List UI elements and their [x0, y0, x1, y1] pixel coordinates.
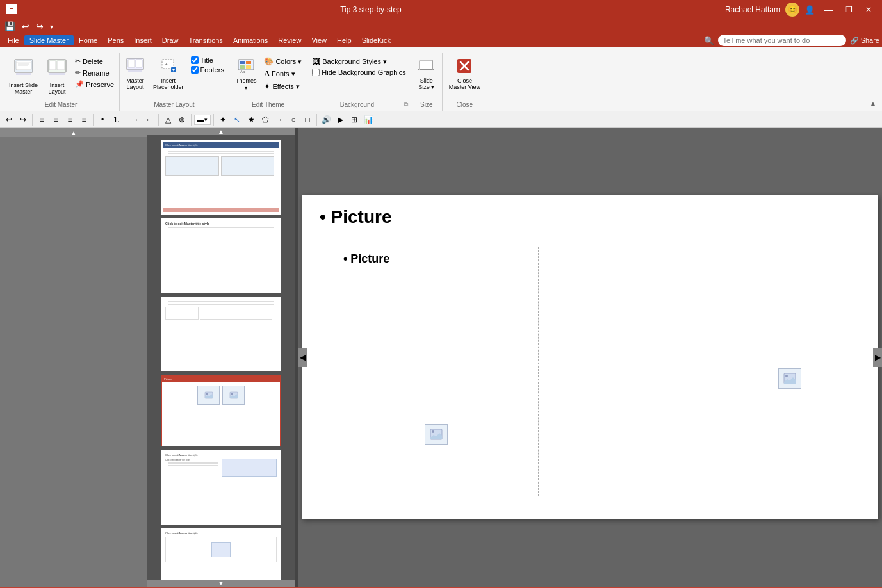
fonts-button[interactable]: A Fonts ▾ [261, 68, 304, 80]
circle-icon[interactable]: ○ [287, 113, 300, 126]
ribbon-col-colors-fonts-effects: 🎨 Colors ▾ A Fonts ▾ ✦ Effects ▾ [261, 54, 304, 94]
title-checkbox-label[interactable]: Title [189, 56, 226, 65]
minimize-button[interactable]: — [820, 3, 837, 16]
menu-item-slidekick[interactable]: SlideKick [357, 35, 396, 45]
rename-button[interactable]: ✏ Rename [72, 67, 117, 78]
menu-item-home[interactable]: Home [74, 35, 102, 45]
slide-thumb-inner-4 [162, 382, 280, 446]
slide-4-img-2 [222, 386, 245, 405]
increase-indent-icon[interactable]: → [129, 113, 142, 126]
arrange-icon[interactable]: ⊕ [176, 113, 188, 126]
speaker-icon[interactable]: 🔊 [320, 113, 332, 126]
star-icon[interactable]: ★ [245, 113, 257, 126]
ribbon-collapse-icon[interactable]: ▲ [867, 97, 879, 111]
align-left-icon[interactable]: ≡ [35, 113, 48, 126]
effects-label: Effects ▾ [272, 83, 299, 91]
menu-item-review[interactable]: Review [273, 35, 306, 45]
themes-button[interactable]: Aa Themes ▾ [232, 54, 261, 94]
numbered-list-icon[interactable]: 1. [110, 113, 123, 126]
area-scroll-left[interactable]: ◀ [298, 348, 307, 367]
menu-item-insert[interactable]: Insert [129, 35, 157, 45]
arrow-icon[interactable]: → [273, 113, 286, 126]
slide-size-button[interactable]: SlideSize ▾ [414, 54, 439, 93]
menu-item-draw[interactable]: Draw [157, 35, 184, 45]
color-picker-display[interactable]: ▬ ▾ [194, 115, 211, 125]
insert-layout-label: InsertLayout [49, 82, 66, 95]
slide-5-boxes: Click to edit Master title style [165, 459, 277, 477]
themes-arrow: ▾ [245, 85, 247, 91]
slide-thumb-inner-5: Click to edit Master title style Click t… [163, 452, 279, 523]
master-layout-button[interactable]: MasterLayout [122, 54, 148, 93]
themes-label: Themes [236, 78, 257, 84]
rect-icon[interactable]: □ [301, 113, 314, 126]
title-checkbox[interactable] [191, 56, 199, 64]
justify-icon[interactable]: ≡ [78, 113, 90, 126]
delete-button[interactable]: ✂ Delete [72, 56, 117, 67]
slide-6-img-box [165, 537, 277, 562]
top-bullet-text: Picture [331, 207, 392, 227]
qa-dropdown-icon[interactable]: ▾ [48, 22, 55, 31]
shape-tools-icon[interactable]: ✦ [216, 113, 229, 126]
slide-thumb-1[interactable]: Click to edit Master title style [161, 140, 281, 215]
slide-thumb-2[interactable]: Click to edit Master title style [161, 218, 281, 293]
slide-thumb-3[interactable] [161, 297, 281, 371]
undo-toolbar-icon[interactable]: ↩ [3, 113, 15, 126]
align-center-icon[interactable]: ≡ [49, 113, 62, 126]
decrease-indent-icon[interactable]: ← [143, 113, 156, 126]
scroll-up-button[interactable]: ▲ [0, 128, 147, 137]
close-button[interactable]: ✕ [862, 4, 876, 15]
slide-panel: Click to edit Master title style [147, 135, 295, 580]
restore-button[interactable]: ❐ [842, 4, 856, 15]
save-icon[interactable]: 💾 [3, 20, 17, 32]
redo-icon[interactable]: ↪ [34, 20, 45, 32]
background-expand-icon[interactable]: ⧉ [404, 101, 408, 108]
svg-rect-3 [16, 73, 31, 75]
pentagon-icon[interactable]: ⬠ [259, 113, 272, 126]
menu-item-view[interactable]: View [306, 35, 332, 45]
color-dropdown-icon[interactable]: ▾ [204, 117, 208, 123]
hide-bg-graphics-label[interactable]: Hide Background Graphics [310, 68, 407, 77]
panel-scroll-up[interactable]: ▲ [147, 128, 295, 135]
slide-thumb-5[interactable]: Click to edit Master title style Click t… [161, 450, 281, 525]
close-label: Close [445, 100, 484, 110]
insert-shape-icon[interactable]: △ [161, 113, 174, 126]
align-right-icon[interactable]: ≡ [63, 113, 76, 126]
share-button[interactable]: 🔗 Share [850, 37, 879, 45]
search-input[interactable] [718, 35, 846, 46]
title-bar-left: 🅿 [6, 4, 17, 15]
effects-button[interactable]: ✦ Effects ▾ [261, 81, 304, 92]
menu-item-help[interactable]: Help [332, 35, 357, 45]
slide-thumb-6[interactable]: Click to edit Master title style [161, 528, 281, 580]
menu-item-pens[interactable]: Pens [102, 35, 129, 45]
footers-checkbox[interactable] [191, 66, 199, 74]
menu-item-slide-master[interactable]: Slide Master [24, 35, 74, 45]
insert-layout-button[interactable]: InsertLayout [43, 54, 71, 97]
title-checkbox-text: Title [200, 56, 213, 64]
chart-icon[interactable]: 📊 [362, 113, 375, 126]
insert-slide-master-button[interactable]: Insert SlideMaster [5, 54, 42, 97]
undo-icon[interactable]: ↩ [20, 20, 31, 32]
cursor-icon[interactable]: ↖ [231, 113, 243, 126]
hide-bg-graphics-checkbox[interactable] [312, 69, 320, 76]
slide-thumb-4[interactable]: Picture [161, 375, 281, 446]
preserve-button[interactable]: 📌 Preserve [72, 79, 117, 90]
menu-item-animations[interactable]: Animations [228, 35, 273, 45]
bullet-icon[interactable]: • [96, 113, 109, 126]
colors-button[interactable]: 🎨 Colors ▾ [261, 56, 304, 67]
video-icon[interactable]: ▶ [334, 113, 347, 126]
menu-item-transitions[interactable]: Transitions [183, 35, 227, 45]
top-bullet: • Picture [302, 195, 878, 234]
footers-checkbox-label[interactable]: Footers [189, 65, 226, 74]
background-styles-button[interactable]: 🖼 Background Styles ▾ [310, 56, 407, 67]
insert-placeholder-button[interactable]: + ▾ InsertPlaceholder [149, 54, 188, 93]
slide-6-img [211, 542, 231, 557]
panel-scroll-down[interactable]: ▼ [147, 580, 295, 587]
redo-toolbar-icon[interactable]: ↪ [17, 113, 29, 126]
ribbon-group-background-content: 🖼 Background Styles ▾ Hide Background Gr… [310, 54, 407, 100]
close-master-view-button[interactable]: CloseMaster View [445, 54, 484, 93]
slide-5-content: Click to edit Master title style Click t… [163, 452, 279, 478]
table-icon[interactable]: ⊞ [348, 113, 361, 126]
menu-item-file[interactable]: File [3, 35, 24, 45]
slide-5-right [222, 459, 277, 477]
area-scroll-right[interactable]: ▶ [873, 348, 882, 367]
